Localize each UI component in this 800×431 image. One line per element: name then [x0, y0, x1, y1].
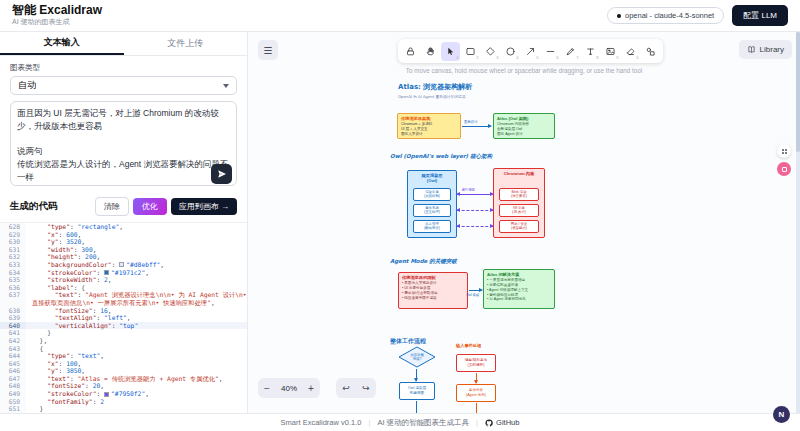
chart-type-select[interactable]: 自动	[10, 76, 237, 95]
container-title: Chromium 内核	[497, 171, 541, 176]
tool-rectangle-button[interactable]: 2	[461, 42, 480, 61]
code-line: 629 "x": 600,	[0, 231, 247, 239]
flow-box-owl-render[interactable]: Owl 渲染层 构建视图	[399, 382, 435, 400]
owl-inner-box-3[interactable]: 状态管理(数据同步)	[413, 220, 451, 233]
tool-selection-button[interactable]: 1	[441, 42, 460, 61]
inner-box-line: (页面绘制)	[424, 194, 440, 198]
diagram-box-solutions[interactable]: Atlas 的解决方案 • 一屏呈现完整页面信息 • 元素结构直接可读 • Ag…	[483, 269, 555, 309]
inner-box-line: (数据同步)	[424, 226, 440, 230]
bullet-line: • 与 Agent 深度协同优化	[487, 297, 551, 302]
footer-version: Smart Excalidraw v0.1.0	[281, 418, 362, 427]
inner-box-line: (底层能力)	[511, 226, 527, 230]
model-badge: openai - claude-4.5-sonnet	[607, 7, 724, 24]
owl-inner-box-1[interactable]: 渲染引擎(页面绘制)	[413, 188, 451, 201]
app-title-block: 智能 Excalidraw AI 驱动的图表生成	[12, 4, 102, 28]
diagram-box-traditional-browser[interactable]: 传统浏览器架构 Chromium + 多进程 UI 层 + 人类交互 面向人类设…	[397, 113, 461, 139]
zoom-in-button[interactable]: +	[302, 383, 320, 394]
diagram-s4-sub-title: 输入事件处理	[456, 343, 481, 348]
optimize-button[interactable]: 优化	[133, 198, 167, 215]
arrow-dashed-3[interactable]	[457, 226, 493, 227]
tool-eraser-button[interactable]: 0	[621, 42, 640, 61]
inner-box-line: (JS 执行)	[512, 210, 526, 214]
box-line: 面向 Agent 设计	[497, 132, 551, 137]
user-avatar[interactable]: N	[773, 406, 790, 423]
tool-more-shapes-button[interactable]	[641, 42, 660, 61]
arrow-dashed-2[interactable]	[457, 210, 493, 211]
code-line: 628 "type": "rectangle",	[0, 223, 247, 231]
tool-text-button[interactable]: 8	[581, 42, 600, 61]
qr-badge-button[interactable]	[777, 162, 791, 176]
library-button[interactable]: Library	[739, 40, 792, 59]
code-line: 649 "strokeColor": "#7950f2",	[0, 390, 247, 398]
chromium-inner-box-1[interactable]: Blink 渲染(保留兼容)	[499, 188, 539, 201]
flow-arrow-1	[416, 369, 417, 381]
code-line: 635 "strokeWidth": 2,	[0, 276, 247, 284]
chart-type-label: 图表类型	[10, 63, 237, 73]
flow-box-event-dispatch[interactable]: 事件分发 (Agent 优先)	[456, 384, 496, 402]
code-line: 640 "verticalAlign": "top"	[0, 322, 247, 330]
diagram-s2-title: Owl (OpenAI's web layer) 核心架构	[390, 153, 492, 160]
tool-draw-button[interactable]: 7	[561, 42, 580, 61]
tool-image-button[interactable]: 9	[601, 42, 620, 61]
send-button[interactable]	[211, 164, 232, 184]
diagram-s3-title: Agent Mode 的关键突破	[390, 258, 457, 265]
undo-button[interactable]: ↩	[336, 383, 356, 393]
menu-button[interactable]: ☰	[258, 40, 278, 60]
app-subtitle: AI 驱动的图表生成	[12, 17, 102, 27]
tool-arrow-button[interactable]: 5	[521, 42, 540, 61]
diagram-s4-title: 整体工作流程	[390, 337, 426, 346]
box-title: Atlas (Owl 架构)	[497, 116, 551, 121]
qr-icon	[782, 167, 787, 172]
sidebar: 文本输入 文件上传 图表类型 自动 面且因为 UI 层无需记号，对上游 Chro…	[0, 32, 248, 413]
tab-text-input[interactable]: 文本输入	[0, 32, 124, 55]
github-link[interactable]: GitHub	[485, 418, 519, 427]
flow-box-input-events[interactable]: 键盘/鼠标事件 (实时捕获)	[456, 354, 496, 372]
arrow-api-call[interactable]	[457, 194, 493, 195]
tool-diamond-button[interactable]: 3	[481, 42, 500, 61]
footer-separator: |	[368, 418, 370, 427]
tool-lock-button[interactable]	[401, 42, 420, 61]
github-label: GitHub	[496, 418, 519, 427]
header: 智能 Excalidraw AI 驱动的图表生成 openai - claude…	[0, 0, 800, 32]
send-icon	[217, 169, 227, 179]
inner-box-line: (交互处理)	[424, 210, 440, 214]
hamburger-icon: ☰	[264, 45, 273, 56]
arrow-owl-breakthrough[interactable]	[469, 290, 482, 291]
tool-line-button[interactable]: 6	[541, 42, 560, 61]
redo-button[interactable]: ↪	[356, 383, 376, 393]
tool-ellipse-button[interactable]: 4	[501, 42, 520, 61]
flow-diamond-page-load[interactable]: 页面加载完成?	[398, 346, 436, 368]
zoom-controls: − 40% +	[258, 378, 320, 398]
code-line: 638 "fontSize": 16,	[0, 307, 247, 315]
tab-file-upload[interactable]: 文件上传	[124, 32, 248, 55]
canvas-area[interactable]: ☰ 1234567890 Library To move canvas, hol…	[248, 32, 800, 413]
code-editor[interactable]: 628 "type": "rectangle",629 "x": 600,630…	[0, 222, 247, 413]
arrow-redesign[interactable]	[462, 126, 491, 127]
zoom-level[interactable]: 40%	[276, 384, 302, 393]
prompt-textarea[interactable]: 面且因为 UI 层无需记号，对上游 Chromium 的改动较少，升级版本也更容…	[10, 101, 237, 186]
configure-llm-button[interactable]: 配置 LLM	[732, 5, 788, 26]
code-line: 645 "x": 100,	[0, 360, 247, 368]
code-line: 643 {	[0, 345, 247, 353]
diagram-box-limitations[interactable]: 传统浏览器的限制 • 界面为人类视觉设计 • UI 元素分散多层 • 需滚动/点…	[398, 272, 468, 309]
color-swatch	[104, 392, 109, 397]
canvas-scrollbar[interactable]	[796, 32, 800, 413]
apply-to-canvas-button[interactable]: 应用到画布 →	[171, 198, 237, 215]
diagram-s1-title: Atlas: 浏览器架构解析	[398, 82, 472, 92]
canvas-grid-button[interactable]	[777, 144, 791, 158]
app-title: 智能 Excalidraw	[12, 4, 102, 18]
zoom-out-button[interactable]: −	[258, 383, 276, 394]
chromium-inner-box-2[interactable]: V8 引擎(JS 执行)	[499, 204, 539, 217]
canvas-hint: To move canvas, hold mouse wheel or spac…	[248, 67, 800, 74]
bullet-line: • 响应速度受限于渲染	[402, 296, 464, 301]
model-badge-label: openai - claude-4.5-sonnet	[625, 11, 714, 20]
chromium-inner-box-3[interactable]: 网络 / 安全(底层能力)	[499, 220, 539, 233]
tool-hand-button[interactable]	[421, 42, 440, 61]
diagram-box-atlas[interactable]: Atlas (Owl 架构) Chromium 内核保留 全新渲染层 Owl 面…	[493, 113, 555, 139]
clear-button[interactable]: 清除	[95, 197, 129, 216]
footer-separator: |	[476, 418, 478, 427]
library-label: Library	[760, 45, 784, 54]
owl-inner-box-2[interactable]: 事件系统(交互处理)	[413, 204, 451, 217]
flow-arrow-4	[476, 403, 477, 413]
code-line: 644 "type": "text",	[0, 352, 247, 360]
